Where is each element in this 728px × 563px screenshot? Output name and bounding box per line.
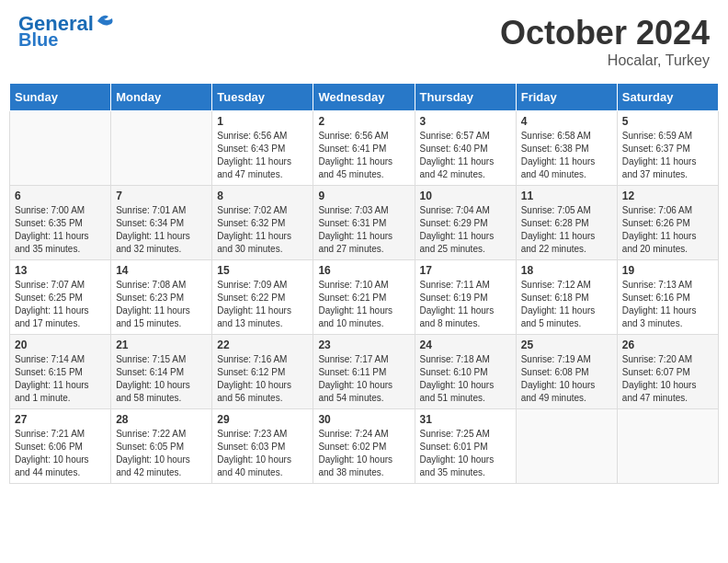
day-info: Sunrise: 7:15 AMSunset: 6:14 PMDaylight:… [116, 353, 207, 405]
calendar-cell: 25Sunrise: 7:19 AMSunset: 6:08 PMDayligh… [516, 335, 617, 409]
calendar-cell: 26Sunrise: 7:20 AMSunset: 6:07 PMDayligh… [617, 335, 718, 409]
week-row-2: 6Sunrise: 7:00 AMSunset: 6:35 PMDaylight… [10, 186, 719, 260]
day-number: 17 [420, 264, 511, 277]
day-info: Sunrise: 7:09 AMSunset: 6:22 PMDaylight:… [217, 279, 308, 330]
day-number: 24 [420, 339, 511, 351]
day-info: Sunrise: 7:21 AMSunset: 6:06 PMDaylight:… [15, 428, 106, 479]
day-number: 2 [318, 115, 409, 128]
day-number: 10 [420, 190, 511, 202]
calendar-cell: 18Sunrise: 7:12 AMSunset: 6:18 PMDayligh… [516, 260, 617, 335]
header-monday: Monday [111, 84, 212, 111]
day-number: 15 [217, 264, 308, 277]
calendar-cell: 3Sunrise: 6:57 AMSunset: 6:40 PMDaylight… [415, 111, 516, 186]
day-info: Sunrise: 7:19 AMSunset: 6:08 PMDaylight:… [521, 353, 612, 405]
day-number: 14 [116, 264, 207, 277]
calendar-cell: 6Sunrise: 7:00 AMSunset: 6:35 PMDaylight… [10, 186, 111, 260]
logo: General Blue [18, 14, 116, 49]
day-number: 9 [318, 190, 409, 202]
day-number: 7 [116, 190, 207, 202]
day-number: 11 [521, 190, 612, 202]
day-number: 28 [116, 413, 207, 426]
calendar-cell: 21Sunrise: 7:15 AMSunset: 6:14 PMDayligh… [111, 335, 212, 409]
day-info: Sunrise: 7:06 AMSunset: 6:26 PMDaylight:… [622, 204, 713, 256]
day-info: Sunrise: 6:59 AMSunset: 6:37 PMDaylight:… [622, 130, 713, 181]
header-thursday: Thursday [415, 84, 516, 111]
day-info: Sunrise: 7:16 AMSunset: 6:12 PMDaylight:… [217, 353, 308, 405]
calendar-header-row: SundayMondayTuesdayWednesdayThursdayFrid… [10, 84, 719, 111]
day-number: 4 [521, 115, 612, 128]
day-info: Sunrise: 7:10 AMSunset: 6:21 PMDaylight:… [318, 279, 409, 330]
calendar-cell: 12Sunrise: 7:06 AMSunset: 6:26 PMDayligh… [617, 186, 718, 260]
title-block: October 2024 Hocalar, Turkey [500, 14, 710, 69]
calendar-cell: 17Sunrise: 7:11 AMSunset: 6:19 PMDayligh… [415, 260, 516, 335]
header-friday: Friday [516, 84, 617, 111]
location-title: Hocalar, Turkey [500, 52, 710, 69]
day-info: Sunrise: 6:58 AMSunset: 6:38 PMDaylight:… [521, 130, 612, 181]
day-number: 8 [217, 190, 308, 202]
day-info: Sunrise: 7:02 AMSunset: 6:32 PMDaylight:… [217, 204, 308, 256]
calendar-cell [10, 111, 111, 186]
day-info: Sunrise: 7:03 AMSunset: 6:31 PMDaylight:… [318, 204, 409, 256]
week-row-3: 13Sunrise: 7:07 AMSunset: 6:25 PMDayligh… [10, 260, 719, 335]
calendar-cell: 7Sunrise: 7:01 AMSunset: 6:34 PMDaylight… [111, 186, 212, 260]
calendar-cell [111, 111, 212, 186]
day-info: Sunrise: 7:00 AMSunset: 6:35 PMDaylight:… [15, 204, 106, 256]
day-number: 13 [15, 264, 106, 277]
day-info: Sunrise: 7:20 AMSunset: 6:07 PMDaylight:… [622, 353, 713, 405]
day-info: Sunrise: 7:17 AMSunset: 6:11 PMDaylight:… [318, 353, 409, 405]
week-row-4: 20Sunrise: 7:14 AMSunset: 6:15 PMDayligh… [10, 335, 719, 409]
day-info: Sunrise: 6:56 AMSunset: 6:41 PMDaylight:… [318, 130, 409, 181]
header-sunday: Sunday [10, 84, 111, 111]
day-number: 23 [318, 339, 409, 351]
day-number: 5 [622, 115, 713, 128]
calendar-cell: 20Sunrise: 7:14 AMSunset: 6:15 PMDayligh… [10, 335, 111, 409]
day-number: 25 [521, 339, 612, 351]
day-info: Sunrise: 7:18 AMSunset: 6:10 PMDaylight:… [420, 353, 511, 405]
day-number: 29 [217, 413, 308, 426]
day-info: Sunrise: 7:23 AMSunset: 6:03 PMDaylight:… [217, 428, 308, 479]
day-info: Sunrise: 6:57 AMSunset: 6:40 PMDaylight:… [420, 130, 511, 181]
day-info: Sunrise: 7:12 AMSunset: 6:18 PMDaylight:… [521, 279, 612, 330]
calendar-cell: 27Sunrise: 7:21 AMSunset: 6:06 PMDayligh… [10, 409, 111, 484]
calendar-cell: 24Sunrise: 7:18 AMSunset: 6:10 PMDayligh… [415, 335, 516, 409]
header-wednesday: Wednesday [313, 84, 415, 111]
week-row-5: 27Sunrise: 7:21 AMSunset: 6:06 PMDayligh… [10, 409, 719, 484]
calendar-cell: 29Sunrise: 7:23 AMSunset: 6:03 PMDayligh… [212, 409, 313, 484]
calendar-cell: 23Sunrise: 7:17 AMSunset: 6:11 PMDayligh… [313, 335, 415, 409]
day-info: Sunrise: 7:11 AMSunset: 6:19 PMDaylight:… [420, 279, 511, 330]
day-number: 20 [15, 339, 106, 351]
calendar-table: SundayMondayTuesdayWednesdayThursdayFrid… [9, 83, 719, 484]
calendar-cell: 13Sunrise: 7:07 AMSunset: 6:25 PMDayligh… [10, 260, 111, 335]
logo-bird-icon [96, 13, 116, 29]
day-number: 19 [622, 264, 713, 277]
calendar-cell: 11Sunrise: 7:05 AMSunset: 6:28 PMDayligh… [516, 186, 617, 260]
day-number: 27 [15, 413, 106, 426]
calendar-cell: 1Sunrise: 6:56 AMSunset: 6:43 PMDaylight… [212, 111, 313, 186]
calendar-cell: 5Sunrise: 6:59 AMSunset: 6:37 PMDaylight… [617, 111, 718, 186]
day-info: Sunrise: 7:24 AMSunset: 6:02 PMDaylight:… [318, 428, 409, 479]
calendar-cell [617, 409, 718, 484]
day-number: 6 [15, 190, 106, 202]
calendar-cell: 30Sunrise: 7:24 AMSunset: 6:02 PMDayligh… [313, 409, 415, 484]
calendar-cell: 14Sunrise: 7:08 AMSunset: 6:23 PMDayligh… [111, 260, 212, 335]
day-info: Sunrise: 7:07 AMSunset: 6:25 PMDaylight:… [15, 279, 106, 330]
day-info: Sunrise: 7:25 AMSunset: 6:01 PMDaylight:… [420, 428, 511, 479]
day-number: 22 [217, 339, 308, 351]
calendar-cell: 15Sunrise: 7:09 AMSunset: 6:22 PMDayligh… [212, 260, 313, 335]
day-info: Sunrise: 7:14 AMSunset: 6:15 PMDaylight:… [15, 353, 106, 405]
calendar-cell: 9Sunrise: 7:03 AMSunset: 6:31 PMDaylight… [313, 186, 415, 260]
day-info: Sunrise: 7:08 AMSunset: 6:23 PMDaylight:… [116, 279, 207, 330]
header-tuesday: Tuesday [212, 84, 313, 111]
day-number: 3 [420, 115, 511, 128]
day-info: Sunrise: 6:56 AMSunset: 6:43 PMDaylight:… [217, 130, 308, 181]
day-info: Sunrise: 7:13 AMSunset: 6:16 PMDaylight:… [622, 279, 713, 330]
month-title: October 2024 [500, 14, 710, 52]
day-number: 1 [217, 115, 308, 128]
logo-blue-text: Blue [18, 30, 58, 49]
day-number: 12 [622, 190, 713, 202]
calendar-cell: 8Sunrise: 7:02 AMSunset: 6:32 PMDaylight… [212, 186, 313, 260]
calendar-cell: 31Sunrise: 7:25 AMSunset: 6:01 PMDayligh… [415, 409, 516, 484]
day-number: 31 [420, 413, 511, 426]
day-info: Sunrise: 7:01 AMSunset: 6:34 PMDaylight:… [116, 204, 207, 256]
calendar-cell: 16Sunrise: 7:10 AMSunset: 6:21 PMDayligh… [313, 260, 415, 335]
